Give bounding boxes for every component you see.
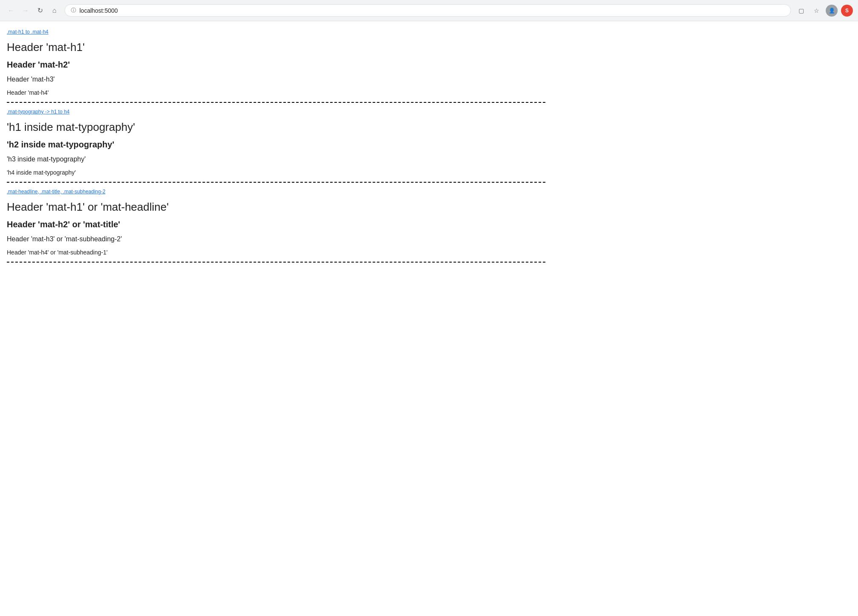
mat-h1-header: Header 'mat-h1' (7, 41, 545, 54)
tab-icon[interactable]: ▢ (795, 5, 807, 17)
bookmark-icon[interactable]: ☆ (810, 5, 822, 17)
profile-badge[interactable]: S (841, 5, 853, 17)
browser-nav: ← → ↻ ⌂ (5, 5, 60, 17)
mat-h2-header: Header 'mat-h2' (7, 60, 545, 70)
mat-headline-header: Header 'mat-h1' or 'mat-headline' (7, 201, 545, 214)
address-bar[interactable]: ⓘ localhost:5000 (65, 4, 791, 17)
divider-3 (7, 262, 545, 263)
reload-button[interactable]: ↻ (34, 5, 46, 17)
divider-1 (7, 102, 545, 103)
mat-h3-header: Header 'mat-h3' (7, 76, 545, 83)
typography-h1: 'h1 inside mat-typography' (7, 121, 545, 134)
browser-actions: ▢ ☆ 👤 S (795, 5, 853, 17)
divider-2 (7, 182, 545, 183)
typography-h2: 'h2 inside mat-typography' (7, 140, 545, 150)
mat-typography-container: 'h1 inside mat-typography' 'h2 inside ma… (7, 121, 545, 176)
home-button[interactable]: ⌂ (48, 5, 60, 17)
mat-h4-header: Header 'mat-h4' (7, 89, 545, 96)
lock-icon: ⓘ (71, 7, 76, 14)
back-button[interactable]: ← (5, 5, 17, 17)
browser-chrome: ← → ↻ ⌂ ⓘ localhost:5000 ▢ ☆ 👤 S (0, 0, 858, 21)
mat-subheading2-header: Header 'mat-h3' or 'mat-subheading-2' (7, 235, 545, 243)
section3-label[interactable]: .mat-headline, .mat-title, .mat-subheadi… (7, 189, 105, 195)
mat-subheading1-header: Header 'mat-h4' or 'mat-subheading-1' (7, 249, 545, 256)
typography-h4: 'h4 inside mat-typography' (7, 169, 545, 176)
url-text: localhost:5000 (79, 7, 118, 14)
section1-label[interactable]: .mat-h1 to .mat-h4 (7, 29, 48, 35)
mat-title-header: Header 'mat-h2' or 'mat-title' (7, 220, 545, 229)
section2-label[interactable]: .mat-typography -> h1 to h4 (7, 109, 70, 115)
typography-h3: 'h3 inside mat-typography' (7, 155, 545, 163)
page-content: .mat-h1 to .mat-h4 Header 'mat-h1' Heade… (0, 21, 552, 274)
profile-avatar[interactable]: 👤 (826, 5, 838, 17)
forward-button[interactable]: → (20, 5, 31, 17)
